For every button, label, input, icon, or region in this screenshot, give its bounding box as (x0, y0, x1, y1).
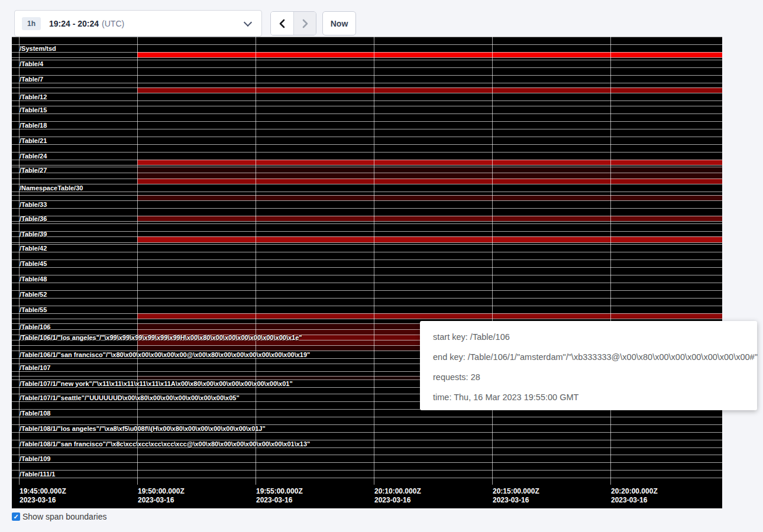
heatmap-band[interactable] (12, 432, 722, 440)
heatmap-band[interactable] (12, 208, 722, 216)
span-label: /Table/107 (20, 364, 50, 371)
range-utc-suffix: (UTC) (102, 19, 124, 28)
heatmap-band[interactable] (12, 113, 722, 121)
heatmap-band[interactable]: /Table/24 (12, 152, 722, 160)
span-label: /Table/107/1/"new york"/"\x11\x11\x11\x1… (20, 380, 293, 387)
heatmap-band[interactable]: /Table/48 (12, 275, 722, 283)
span-label: /Table/48 (20, 275, 47, 283)
heatmap-band[interactable] (12, 462, 722, 470)
heatmap-band[interactable]: /System/tsd (12, 44, 722, 52)
span-label: /Table/45 (20, 260, 47, 267)
heatmap-band[interactable] (12, 283, 722, 290)
span-label: /Table/27 (20, 167, 47, 174)
heatmap-band[interactable]: /Table/109 (12, 455, 722, 462)
span-label: /Table/106/1/"san francisco"/"\x80\x00\x… (20, 351, 310, 358)
next-range-button[interactable] (293, 12, 316, 35)
heatmap-band[interactable] (12, 195, 722, 200)
heatmap-band[interactable] (12, 478, 722, 482)
time-gridline (137, 37, 138, 485)
time-axis-tick-label: 19:50:00.000Z2023-03-16 (138, 487, 185, 505)
heatmap-band[interactable] (12, 173, 722, 179)
heatmap-band[interactable]: /Table/7 (12, 75, 722, 83)
heatmap-band[interactable]: /Table/108/1/"san francisco"/"\x8c\xcc\x… (12, 440, 722, 447)
time-range-selector[interactable]: 1h 19:24 - 20:24 (UTC) (14, 10, 262, 37)
heatmap-band[interactable]: /Table/21 (12, 137, 722, 144)
heatmap-band[interactable]: /Table/111/1 (12, 470, 722, 478)
heatmap-band[interactable] (12, 447, 722, 455)
heatmap-band[interactable] (12, 313, 722, 319)
range-duration-chip: 1h (22, 17, 41, 30)
span-label: /Table/39 (20, 231, 47, 238)
time-axis-tick-label: 20:20:00.000Z2023-03-16 (611, 487, 658, 505)
heatmap-band[interactable] (12, 67, 722, 75)
heatmap-band[interactable] (12, 100, 722, 106)
heatmap-band[interactable] (12, 37, 722, 44)
prev-range-button[interactable] (271, 12, 293, 35)
heatmap-band[interactable] (12, 417, 722, 424)
span-label: /Table/15 (20, 106, 47, 113)
heatmap-band[interactable]: /Table/15 (12, 106, 722, 113)
heatmap-band[interactable]: /NamespaceTable/30 (12, 184, 722, 192)
span-label: /Table/42 (20, 245, 47, 252)
heatmap-band[interactable]: /Table/4 (12, 60, 722, 67)
span-label: /Table/111/1 (20, 471, 55, 478)
now-button[interactable]: Now (322, 11, 356, 35)
span-label: /Table/12 (20, 93, 47, 100)
time-axis-tick-label: 20:10:00.000Z2023-03-16 (374, 487, 421, 505)
heatmap-bands: /System/tsd/Table/4/Table/7/Table/12/Tab… (12, 37, 722, 482)
span-label: /Table/107/1/"seattle"/"UUUUUUD\x00\x80\… (20, 394, 240, 401)
heatmap-band[interactable]: /Table/33 (12, 200, 722, 208)
footer-controls: ✓ Show span boundaries (12, 512, 106, 521)
span-label: /Table/36 (20, 215, 47, 222)
span-label: /Table/18 (20, 122, 47, 129)
show-span-boundaries-label: Show span boundaries (22, 512, 106, 521)
span-label: /Table/21 (20, 137, 47, 144)
heatmap-band[interactable] (12, 144, 722, 152)
span-label: /Table/52 (20, 291, 47, 298)
time-gridline (492, 37, 493, 485)
chevron-down-icon (244, 18, 252, 27)
time-axis-tick-label: 19:45:00.000Z2023-03-16 (20, 487, 66, 505)
heatmap-band[interactable] (12, 87, 722, 93)
span-label: /Table/109 (20, 455, 50, 462)
heatmap-band[interactable]: /Table/12 (12, 93, 722, 100)
heatmap-band[interactable]: /Table/52 (12, 290, 722, 298)
heatmap-band[interactable] (12, 179, 722, 184)
chevron-left-icon (279, 19, 286, 28)
span-label: /Table/7 (20, 76, 43, 83)
cell-tooltip: start key: /Table/106 end key: /Table/10… (420, 321, 757, 410)
time-axis-tick-label: 19:55:00.000Z2023-03-16 (256, 487, 303, 505)
heatmap-band[interactable]: /Table/36 (12, 216, 722, 221)
heatmap-band[interactable]: /Table/55 (12, 306, 722, 313)
heatmap-band[interactable] (12, 298, 722, 306)
heatmap-band[interactable] (12, 129, 722, 137)
heatmap-band[interactable]: /Table/18 (12, 121, 722, 129)
tooltip-requests: requests: 28 (433, 371, 757, 383)
span-label: /Table/33 (20, 201, 47, 208)
heatmap-band[interactable] (12, 236, 722, 242)
span-label: /Table/55 (20, 306, 47, 313)
key-visualizer-heatmap[interactable]: /System/tsd/Table/4/Table/7/Table/12/Tab… (12, 37, 722, 508)
range-text: 19:24 - 20:24 (49, 19, 99, 28)
heatmap-band[interactable]: /Table/27 (12, 167, 722, 173)
tooltip-start-key: start key: /Table/106 (433, 331, 757, 343)
heatmap-band[interactable] (12, 83, 722, 87)
heatmap-band[interactable] (12, 52, 722, 57)
range-nav-button-group (270, 11, 316, 35)
span-label: /Table/4 (20, 60, 43, 67)
heatmap-band[interactable] (12, 267, 722, 275)
heatmap-band[interactable]: /Table/108/1/"los angeles"/"\xa8\xf5\u00… (12, 424, 722, 432)
span-label: /NamespaceTable/30 (20, 184, 83, 192)
heatmap-band[interactable] (12, 223, 722, 231)
heatmap-band[interactable]: /Table/39 (12, 231, 722, 236)
heatmap-band[interactable] (12, 252, 722, 259)
show-span-boundaries-checkbox[interactable]: ✓ (12, 512, 20, 521)
span-label: /Table/106 (20, 323, 50, 330)
heatmap-band[interactable]: /Table/45 (12, 259, 722, 267)
heatmap-band[interactable] (12, 160, 722, 165)
time-gridline (610, 37, 611, 485)
tooltip-time: time: Thu, 16 Mar 2023 19:55:00 GMT (433, 391, 757, 403)
span-label: /System/tsd (20, 45, 56, 52)
heatmap-band[interactable]: /Table/42 (12, 244, 722, 252)
tooltip-end-key: end key: /Table/106/1/"amsterdam"/"\xb33… (433, 351, 757, 363)
